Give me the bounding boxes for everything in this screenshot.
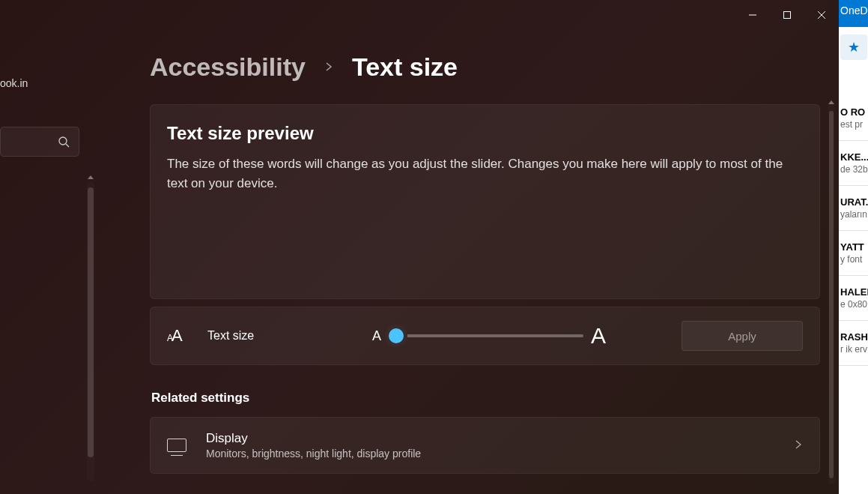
slider-min-marker: A	[372, 328, 381, 344]
list-item: KKE... de 32b	[839, 141, 868, 186]
related-settings-header: Related settings	[150, 391, 820, 406]
onedrive-label: OneD	[839, 0, 868, 27]
svg-line-5	[66, 144, 69, 147]
slider-thumb[interactable]	[385, 325, 407, 347]
minimize-button[interactable]	[735, 3, 770, 27]
list-item: HALED e 0x80	[839, 276, 868, 321]
scroll-thumb[interactable]	[829, 111, 834, 478]
slider-control: A A	[357, 323, 671, 349]
display-settings-link[interactable]: Display Monitors, brightness, night ligh…	[150, 417, 820, 474]
preview-description: The size of these words will change as y…	[167, 154, 803, 193]
text-size-icon: AA	[167, 326, 189, 346]
nav-scrollbar[interactable]	[87, 181, 94, 481]
scroll-up-icon	[88, 175, 94, 179]
link-text: Display Monitors, brightness, night ligh…	[206, 431, 794, 460]
list-item: O RO est pr	[839, 96, 868, 141]
content-scrollbar[interactable]	[828, 103, 834, 484]
list-item: URAT. yaların	[839, 186, 868, 231]
titlebar	[0, 0, 839, 30]
breadcrumb-parent[interactable]: Accessibility	[150, 52, 306, 82]
list-item: RASH r ik erv	[839, 321, 868, 366]
text-size-slider[interactable]	[389, 334, 583, 337]
display-icon	[167, 439, 186, 452]
search-input[interactable]	[0, 127, 79, 157]
svg-rect-1	[784, 12, 791, 19]
background-window: OneD ★ O RO est pr KKE... de 32b URAT. y…	[839, 0, 868, 494]
search-icon	[58, 136, 70, 148]
settings-window: ook.in Accessibility Text size Text size…	[0, 0, 839, 494]
main-content: Accessibility Text size Text size previe…	[150, 52, 820, 474]
scroll-up-icon	[828, 100, 834, 104]
star-icon: ★	[840, 34, 867, 60]
preview-title: Text size preview	[167, 123, 803, 144]
background-list: O RO est pr KKE... de 32b URAT. yaların …	[839, 96, 868, 366]
svg-point-4	[59, 137, 67, 145]
chevron-right-icon	[794, 439, 803, 452]
slider-max-marker: A	[591, 323, 606, 349]
text-size-label: Text size	[207, 329, 357, 343]
apply-button[interactable]: Apply	[682, 321, 803, 351]
maximize-button[interactable]	[770, 3, 804, 27]
scroll-thumb[interactable]	[88, 187, 94, 457]
page-title: Text size	[352, 52, 458, 82]
display-title: Display	[206, 431, 794, 446]
close-button[interactable]	[804, 3, 839, 27]
breadcrumb: Accessibility Text size	[150, 52, 820, 82]
preview-card: Text size preview The size of these word…	[150, 104, 820, 299]
left-panel: ook.in	[0, 75, 96, 480]
chevron-right-icon	[324, 58, 334, 76]
account-label: ook.in	[0, 77, 96, 89]
list-item: YATT y font	[839, 231, 868, 276]
display-subtitle: Monitors, brightness, night light, displ…	[206, 448, 794, 460]
text-size-card: AA Text size A A Apply	[150, 307, 820, 365]
